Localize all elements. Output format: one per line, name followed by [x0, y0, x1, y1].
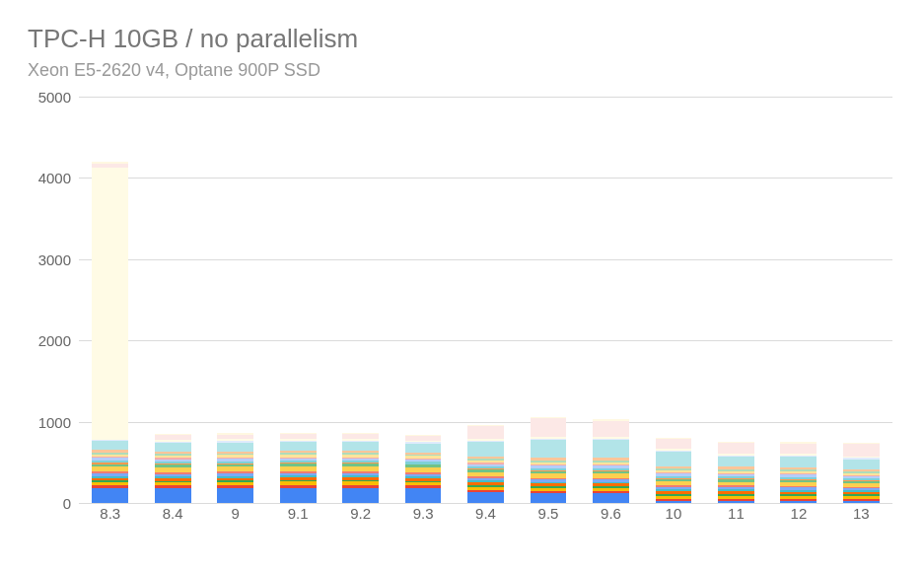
bar-slot — [266, 97, 328, 503]
bar-segment — [780, 501, 817, 503]
bar-segment — [531, 493, 567, 503]
bar-segment — [780, 457, 817, 467]
bar-segment — [531, 440, 567, 458]
bar-segment — [843, 444, 880, 456]
stacked-bar — [531, 97, 567, 503]
bar-segment — [280, 488, 317, 503]
stacked-bar — [92, 97, 128, 503]
bar-segment — [843, 501, 880, 503]
stacked-bar — [656, 97, 692, 503]
x-tick-label: 9.3 — [391, 505, 454, 531]
bar-segment — [531, 418, 567, 437]
stacked-bar — [155, 97, 191, 503]
bar-segment — [718, 443, 754, 454]
bar-segment — [718, 501, 754, 503]
x-tick-label: 13 — [830, 505, 892, 531]
x-tick-label: 8.4 — [141, 505, 203, 531]
bar-slot — [642, 97, 704, 503]
bar-segment — [405, 488, 442, 503]
bar-segment — [342, 442, 379, 451]
bar-segment — [342, 488, 379, 503]
stacked-bar — [405, 97, 442, 503]
x-tick-label: 9.6 — [580, 505, 642, 531]
bar-segment — [593, 493, 629, 503]
x-tick-label: 9.1 — [266, 505, 328, 531]
bar-segment — [593, 440, 629, 458]
bar-segment — [217, 443, 253, 452]
x-tick-label: 12 — [767, 505, 829, 531]
stacked-bar — [280, 97, 317, 503]
y-tick: 4000 — [28, 170, 71, 186]
bar-segment — [217, 488, 253, 503]
chart-container: TPC-H 10GB / no parallelism Xeon E5-2620… — [0, 0, 924, 571]
y-tick: 2000 — [28, 332, 71, 349]
stacked-bar — [593, 97, 629, 503]
bar-slot — [455, 97, 517, 503]
bar-segment — [467, 426, 504, 438]
y-tick: 5000 — [28, 89, 71, 106]
bar-segment — [593, 421, 629, 437]
stacked-bar — [843, 97, 880, 503]
x-tick-label: 9.2 — [329, 505, 391, 531]
x-tick-label: 8.3 — [79, 505, 141, 531]
bar-segment — [280, 442, 317, 451]
bar-segment — [92, 441, 128, 450]
x-tick-label: 11 — [705, 505, 767, 531]
bar-segment — [656, 501, 692, 503]
bar-slot — [830, 97, 892, 503]
y-tick: 3000 — [28, 250, 71, 267]
bar-slot — [391, 97, 454, 503]
bar-slot — [79, 97, 141, 503]
grid-line — [79, 503, 892, 504]
bar-segment — [656, 439, 692, 449]
bars-group — [79, 97, 892, 503]
bar-slot — [517, 97, 579, 503]
chart-title: TPC-H 10GB / no parallelism — [28, 24, 896, 54]
bar-slot — [705, 97, 767, 503]
y-tick: 0 — [28, 495, 71, 512]
bar-slot — [204, 97, 266, 503]
bar-segment — [780, 444, 817, 455]
plot-area: 010002000300040005000 8.38.499.19.29.39.… — [28, 97, 896, 531]
bar-segment — [405, 444, 442, 453]
bar-segment — [467, 492, 504, 503]
chart-subtitle: Xeon E5-2620 v4, Optane 900P SSD — [28, 60, 896, 81]
stacked-bar — [217, 97, 253, 503]
bar-segment — [467, 442, 504, 457]
stacked-bar — [780, 97, 817, 503]
x-tick-label: 9.5 — [517, 505, 579, 531]
bar-segment — [843, 460, 880, 470]
stacked-bar — [467, 97, 504, 503]
bar-segment — [92, 488, 128, 503]
bar-segment — [92, 168, 128, 440]
bar-segment — [656, 452, 692, 466]
x-tick-label: 10 — [642, 505, 704, 531]
bar-slot — [329, 97, 391, 503]
y-axis: 010002000300040005000 — [28, 97, 75, 503]
bar-segment — [155, 488, 191, 503]
x-axis-labels: 8.38.499.19.29.39.49.59.610111213 — [79, 505, 892, 531]
bar-slot — [767, 97, 829, 503]
bar-segment — [155, 443, 191, 452]
y-tick: 1000 — [28, 413, 71, 430]
stacked-bar — [342, 97, 379, 503]
bar-segment — [718, 457, 754, 467]
stacked-bar — [718, 97, 754, 503]
x-tick-label: 9.4 — [455, 505, 517, 531]
x-tick-label: 9 — [204, 505, 266, 531]
bar-slot — [580, 97, 642, 503]
bar-slot — [141, 97, 203, 503]
